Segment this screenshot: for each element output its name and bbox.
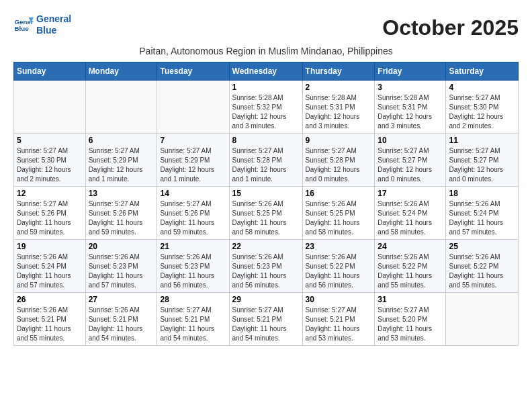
day-number: 6 (89, 136, 154, 145)
weekday-header-row: SundayMondayTuesdayWednesdayThursdayFrid… (14, 62, 519, 80)
day-info: Sunrise: 5:27 AMSunset: 5:27 PMDaylight:… (378, 146, 443, 184)
day-number: 16 (306, 189, 372, 198)
calendar-day-cell: 23Sunrise: 5:26 AMSunset: 5:22 PMDayligh… (302, 239, 375, 292)
calendar-day-cell: 26Sunrise: 5:26 AMSunset: 5:21 PMDayligh… (14, 292, 86, 345)
day-info: Sunrise: 5:27 AMSunset: 5:20 PMDaylight:… (378, 306, 443, 343)
calendar-day-cell (157, 80, 229, 133)
day-number: 20 (89, 242, 154, 251)
day-info: Sunrise: 5:27 AMSunset: 5:28 PMDaylight:… (232, 146, 300, 184)
day-number: 28 (160, 295, 226, 304)
calendar-day-cell: 7Sunrise: 5:27 AMSunset: 5:29 PMDaylight… (157, 133, 229, 186)
svg-text:Blue: Blue (15, 25, 30, 32)
calendar-week-row: 1Sunrise: 5:28 AMSunset: 5:32 PMDaylight… (14, 80, 519, 133)
calendar-day-cell: 9Sunrise: 5:27 AMSunset: 5:28 PMDaylight… (302, 133, 375, 186)
calendar-day-cell: 18Sunrise: 5:26 AMSunset: 5:24 PMDayligh… (446, 186, 519, 239)
calendar-week-row: 12Sunrise: 5:27 AMSunset: 5:26 PMDayligh… (14, 186, 519, 239)
day-number: 1 (232, 83, 300, 92)
day-number: 3 (378, 83, 443, 92)
calendar-day-cell: 30Sunrise: 5:27 AMSunset: 5:21 PMDayligh… (302, 292, 375, 345)
day-number: 8 (232, 136, 300, 145)
calendar-day-cell: 11Sunrise: 5:27 AMSunset: 5:27 PMDayligh… (446, 133, 519, 186)
calendar-day-cell: 29Sunrise: 5:27 AMSunset: 5:21 PMDayligh… (229, 292, 302, 345)
calendar-day-cell: 1Sunrise: 5:28 AMSunset: 5:32 PMDaylight… (229, 80, 302, 133)
day-info: Sunrise: 5:26 AMSunset: 5:23 PMDaylight:… (160, 253, 226, 290)
calendar-day-cell: 24Sunrise: 5:26 AMSunset: 5:22 PMDayligh… (375, 239, 446, 292)
day-info: Sunrise: 5:27 AMSunset: 5:21 PMDaylight:… (306, 306, 372, 343)
calendar-day-cell: 15Sunrise: 5:26 AMSunset: 5:25 PMDayligh… (229, 186, 302, 239)
day-info: Sunrise: 5:26 AMSunset: 5:24 PMDaylight:… (17, 253, 83, 290)
day-info: Sunrise: 5:28 AMSunset: 5:32 PMDaylight:… (232, 93, 300, 131)
day-info: Sunrise: 5:27 AMSunset: 5:29 PMDaylight:… (89, 146, 154, 184)
day-info: Sunrise: 5:26 AMSunset: 5:25 PMDaylight:… (306, 199, 372, 237)
day-number: 27 (89, 295, 154, 304)
calendar-day-cell: 19Sunrise: 5:26 AMSunset: 5:24 PMDayligh… (14, 239, 86, 292)
day-number: 4 (449, 83, 515, 92)
day-info: Sunrise: 5:27 AMSunset: 5:27 PMDaylight:… (449, 146, 515, 184)
month-title: October 2025 (71, 15, 519, 40)
day-info: Sunrise: 5:26 AMSunset: 5:21 PMDaylight:… (89, 306, 154, 343)
day-number: 30 (306, 295, 372, 304)
day-info: Sunrise: 5:26 AMSunset: 5:25 PMDaylight:… (232, 199, 300, 237)
day-info: Sunrise: 5:27 AMSunset: 5:21 PMDaylight:… (232, 306, 300, 343)
day-number: 19 (17, 242, 83, 251)
day-number: 12 (17, 189, 83, 198)
calendar-day-cell: 3Sunrise: 5:28 AMSunset: 5:31 PMDaylight… (375, 80, 446, 133)
calendar-day-cell (85, 80, 157, 133)
day-number: 17 (378, 189, 443, 198)
day-info: Sunrise: 5:27 AMSunset: 5:21 PMDaylight:… (160, 306, 226, 343)
calendar-day-cell: 4Sunrise: 5:27 AMSunset: 5:30 PMDaylight… (446, 80, 519, 133)
day-info: Sunrise: 5:26 AMSunset: 5:22 PMDaylight:… (378, 253, 443, 290)
day-info: Sunrise: 5:27 AMSunset: 5:29 PMDaylight:… (160, 146, 226, 184)
day-info: Sunrise: 5:26 AMSunset: 5:22 PMDaylight:… (306, 253, 372, 290)
day-number: 23 (306, 242, 372, 251)
day-number: 11 (449, 136, 515, 145)
weekday-header-cell: Friday (375, 62, 446, 80)
weekday-header-cell: Sunday (14, 62, 86, 80)
day-info: Sunrise: 5:26 AMSunset: 5:24 PMDaylight:… (378, 199, 443, 237)
weekday-header-cell: Monday (85, 62, 157, 80)
day-number: 2 (306, 83, 372, 92)
calendar-day-cell: 28Sunrise: 5:27 AMSunset: 5:21 PMDayligh… (157, 292, 229, 345)
calendar-day-cell: 31Sunrise: 5:27 AMSunset: 5:20 PMDayligh… (375, 292, 446, 345)
day-info: Sunrise: 5:26 AMSunset: 5:22 PMDaylight:… (449, 253, 515, 290)
day-info: Sunrise: 5:26 AMSunset: 5:21 PMDaylight:… (17, 306, 83, 343)
weekday-header-cell: Wednesday (229, 62, 302, 80)
calendar-day-cell: 20Sunrise: 5:26 AMSunset: 5:23 PMDayligh… (85, 239, 157, 292)
calendar-day-cell: 5Sunrise: 5:27 AMSunset: 5:30 PMDaylight… (14, 133, 86, 186)
day-info: Sunrise: 5:26 AMSunset: 5:24 PMDaylight:… (449, 199, 515, 237)
calendar-week-row: 26Sunrise: 5:26 AMSunset: 5:21 PMDayligh… (14, 292, 519, 345)
calendar-day-cell: 27Sunrise: 5:26 AMSunset: 5:21 PMDayligh… (85, 292, 157, 345)
day-number: 21 (160, 242, 226, 251)
calendar-day-cell: 6Sunrise: 5:27 AMSunset: 5:29 PMDaylight… (85, 133, 157, 186)
day-number: 26 (17, 295, 83, 304)
calendar-day-cell: 21Sunrise: 5:26 AMSunset: 5:23 PMDayligh… (157, 239, 229, 292)
calendar-day-cell: 22Sunrise: 5:26 AMSunset: 5:23 PMDayligh… (229, 239, 302, 292)
day-number: 10 (378, 136, 443, 145)
day-number: 13 (89, 189, 154, 198)
day-info: Sunrise: 5:27 AMSunset: 5:30 PMDaylight:… (449, 93, 515, 131)
weekday-header-cell: Tuesday (157, 62, 229, 80)
calendar-day-cell: 16Sunrise: 5:26 AMSunset: 5:25 PMDayligh… (302, 186, 375, 239)
weekday-header-cell: Saturday (446, 62, 519, 80)
calendar-day-cell (14, 80, 86, 133)
day-number: 18 (449, 189, 515, 198)
day-number: 7 (160, 136, 226, 145)
calendar-week-row: 19Sunrise: 5:26 AMSunset: 5:24 PMDayligh… (14, 239, 519, 292)
day-number: 22 (232, 242, 300, 251)
weekday-header-cell: Thursday (302, 62, 375, 80)
day-number: 14 (160, 189, 226, 198)
calendar-body: 1Sunrise: 5:28 AMSunset: 5:32 PMDaylight… (14, 80, 519, 345)
general-blue-logo-icon: General Blue (13, 15, 34, 35)
day-info: Sunrise: 5:28 AMSunset: 5:31 PMDaylight:… (378, 93, 443, 131)
day-number: 31 (378, 295, 443, 304)
calendar-day-cell: 8Sunrise: 5:27 AMSunset: 5:28 PMDaylight… (229, 133, 302, 186)
calendar-day-cell: 14Sunrise: 5:27 AMSunset: 5:26 PMDayligh… (157, 186, 229, 239)
day-number: 25 (449, 242, 515, 251)
calendar-day-cell: 10Sunrise: 5:27 AMSunset: 5:27 PMDayligh… (375, 133, 446, 186)
day-info: Sunrise: 5:27 AMSunset: 5:30 PMDaylight:… (17, 146, 83, 184)
calendar-table: SundayMondayTuesdayWednesdayThursdayFrid… (13, 62, 519, 346)
calendar-week-row: 5Sunrise: 5:27 AMSunset: 5:30 PMDaylight… (14, 133, 519, 186)
calendar-day-cell: 25Sunrise: 5:26 AMSunset: 5:22 PMDayligh… (446, 239, 519, 292)
day-info: Sunrise: 5:26 AMSunset: 5:23 PMDaylight:… (232, 253, 300, 290)
day-number: 15 (232, 189, 300, 198)
